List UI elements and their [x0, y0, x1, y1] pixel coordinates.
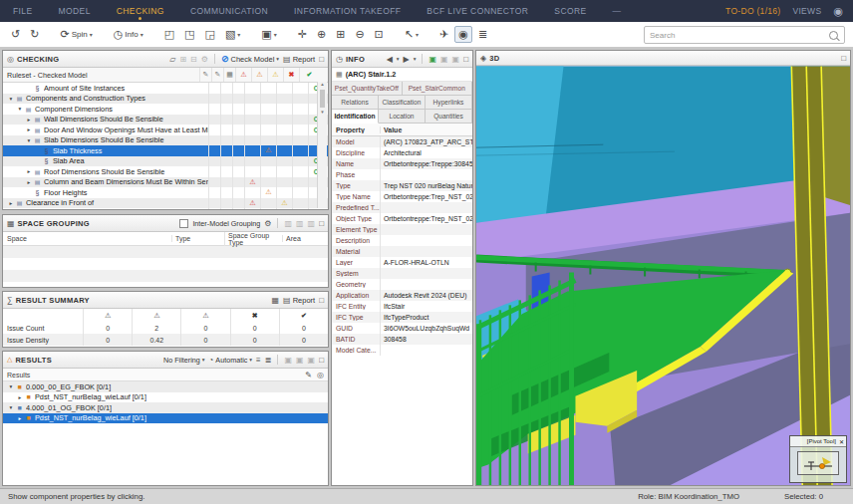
bucket-icon[interactable]: ▥: [308, 219, 316, 228]
expander-arrow-icon[interactable]: ▸: [16, 394, 24, 400]
maximize-icon[interactable]: □: [319, 296, 324, 305]
expander-arrow-icon[interactable]: ▾: [7, 383, 15, 389]
expander-arrow-icon[interactable]: ▸: [7, 200, 15, 206]
scroll-thumb[interactable]: [320, 90, 325, 108]
maximize-icon[interactable]: □: [841, 54, 846, 63]
expander-arrow-icon[interactable]: ▾: [16, 106, 24, 112]
property-row[interactable]: BATID 308458: [332, 334, 472, 345]
property-row[interactable]: Element Type: [332, 224, 472, 235]
pan-button[interactable]: ✛: [294, 26, 311, 43]
moderate-severity-icon[interactable]: ⚠: [251, 68, 267, 82]
column-type[interactable]: Type: [171, 235, 224, 242]
checking-tree-row[interactable]: § Floor Heights ⚠: [3, 187, 328, 198]
property-row[interactable]: Object Type Ortbetontreppe:Trep_NST_020_…: [332, 213, 472, 224]
pivot-tool-overlay[interactable]: [Pivot Tool] ✕: [789, 435, 847, 483]
highlight-button[interactable]: ◰: [160, 26, 178, 43]
sort-icon[interactable]: ≡: [256, 356, 261, 365]
menu-information-takeoff[interactable]: INFORMATION TAKEOFF: [281, 0, 414, 22]
tab-hyperlinks[interactable]: Hyperlinks: [426, 96, 472, 109]
menu-communication[interactable]: COMMUNICATION: [177, 0, 281, 22]
grid-column-icon[interactable]: ▦: [223, 68, 235, 82]
checking-tree-row[interactable]: ▸ ▤ Clearance in Front of ⚠ ⚠: [3, 198, 328, 209]
expander-arrow-icon[interactable]: ▸: [25, 126, 33, 132]
bucket-icon[interactable]: ▥: [284, 219, 292, 228]
property-row[interactable]: Model Cate...: [332, 345, 472, 356]
column-space-group-type[interactable]: Space Group Type: [224, 232, 282, 246]
checking-tree-row[interactable]: ▸ ▤ Door And Window Openings Must Have a…: [3, 125, 328, 135]
zoom-area-button[interactable]: ⊞: [332, 26, 349, 43]
select-button[interactable]: ↖ ▾: [401, 26, 423, 43]
zoom-fit-button[interactable]: ⊡: [371, 26, 388, 43]
next-object-icon[interactable]: ▶: [404, 55, 410, 64]
expander-arrow-icon[interactable]: ▸: [25, 168, 33, 174]
checking-scrollbar[interactable]: ▲ ▼: [317, 82, 327, 208]
property-row[interactable]: Description: [332, 235, 472, 246]
menu-file[interactable]: FILE: [0, 0, 46, 22]
checking-tree-row[interactable]: ▾ ▤ Components and Construction Types: [3, 94, 328, 105]
summary-report-button[interactable]: ▤ Report: [283, 296, 315, 305]
bucket-icon[interactable]: ▥: [296, 219, 304, 228]
menu-score[interactable]: SCORE: [541, 0, 599, 22]
layers-button[interactable]: ≣: [474, 26, 491, 43]
checking-tree-row[interactable]: ▸ ▤ Wall Dimensions Should Be Sensible O…: [3, 115, 328, 126]
todo-button[interactable]: TO-DO (1/16): [725, 6, 780, 16]
maximize-icon[interactable]: □: [463, 55, 468, 64]
maximize-icon[interactable]: □: [319, 356, 324, 365]
tab-identification[interactable]: Identification: [332, 110, 379, 124]
filter-dropdown[interactable]: No Filtering▾: [163, 356, 205, 365]
spin-button[interactable]: ⟳ Spin ▾: [56, 26, 96, 43]
report-issue-icon[interactable]: ▣: [308, 356, 316, 365]
visibility-button[interactable]: ▧ ▾: [221, 26, 244, 43]
grouping-settings-icon[interactable]: ⚙: [264, 219, 271, 228]
walk-button[interactable]: ◉: [454, 26, 472, 43]
locate-icon[interactable]: ◎: [317, 371, 324, 379]
copy-icon[interactable]: ▣: [440, 55, 448, 64]
accept-issue-icon[interactable]: ▣: [284, 356, 292, 365]
property-row[interactable]: GUID 3I6OW5ouLUzqbZqhSuqWd: [332, 323, 472, 334]
expander-arrow-icon[interactable]: ▸: [25, 117, 33, 123]
property-row[interactable]: Application Autodesk Revit 2024 (DEU): [332, 290, 472, 301]
inter-model-grouping-checkbox[interactable]: [179, 219, 188, 228]
open-ruleset-icon[interactable]: ▱: [169, 55, 175, 64]
pin-icon[interactable]: ▣: [452, 55, 460, 64]
link-column-icon[interactable]: ✎: [199, 68, 211, 82]
report-button[interactable]: ▤ Report: [283, 55, 315, 64]
property-row[interactable]: Material: [332, 246, 472, 257]
tab-location[interactable]: Location: [379, 110, 426, 123]
group-icon[interactable]: ≣: [265, 356, 272, 365]
rejected-icon[interactable]: ✖: [283, 68, 299, 82]
property-row[interactable]: Phase: [332, 169, 472, 180]
property-row[interactable]: System: [332, 268, 472, 279]
property-row[interactable]: IFC Entity IfcStair: [332, 301, 472, 312]
critical-severity-icon[interactable]: ⚠: [235, 68, 251, 82]
property-row[interactable]: Model (ARC) 170823_ATP_ARC_STR_Modell_V2…: [332, 136, 472, 147]
check-model-button[interactable]: ⊘ Check Model ▾: [221, 54, 279, 64]
results-tree-row[interactable]: ▾ ■ 4.000_01_OG_FBOK [0/1]: [3, 402, 328, 413]
checking-tree-row[interactable]: ▾ ▤ Component Dimensions: [3, 104, 328, 115]
view-presets-button[interactable]: ▣ ▾: [257, 26, 280, 43]
menu-bcf-live-connector[interactable]: BCF LIVE CONNECTOR: [414, 0, 541, 22]
results-tree-row[interactable]: ▸ ■ Pdst_NST_nurBelag_wieLauf [0/1]: [3, 413, 328, 424]
column-area[interactable]: Area: [282, 235, 328, 242]
column-space[interactable]: Space: [3, 235, 171, 242]
checking-tree-row[interactable]: ▸ ▤ Column and Beam Dimensions Must Be W…: [3, 177, 328, 188]
menu-model[interactable]: MODEL: [46, 0, 104, 22]
checking-tree-row[interactable]: § Slab Area OK: [3, 156, 328, 167]
property-row[interactable]: Discipline Architectural: [332, 147, 472, 158]
ruleset-settings-icon[interactable]: ⚙: [201, 55, 208, 64]
tab-quantities[interactable]: Quantities: [426, 110, 472, 123]
checking-tree-row[interactable]: ▸ ▤ Roof Dimensions Should Be Sensible O…: [3, 166, 328, 177]
tab-relations[interactable]: Relations: [332, 96, 379, 109]
results-tree-row[interactable]: ▾ ■ 0.000_00_EG_FBOK [0/1]: [3, 381, 328, 392]
checking-tree-row[interactable]: ▸ ▤ Deficiency Detection ⚠ ⚠ ⚠: [3, 208, 328, 210]
expander-arrow-icon[interactable]: ▾: [7, 404, 15, 410]
tab-pset-staircommon[interactable]: Pset_StairCommon: [403, 82, 473, 95]
undo-button[interactable]: ↺: [7, 26, 24, 43]
property-row[interactable]: Predefined T...: [332, 202, 472, 213]
maximize-icon[interactable]: □: [319, 55, 324, 64]
reject-issue-icon[interactable]: ▣: [296, 356, 304, 365]
tab-pset-quantitytakeoff[interactable]: Pset_QuantityTakeOff: [332, 82, 403, 95]
automatic-dropdown[interactable]: ◔ Automatic▾: [209, 356, 253, 365]
menu-checking[interactable]: CHECKING: [104, 0, 177, 22]
expander-arrow-icon[interactable]: ▾: [25, 137, 33, 143]
